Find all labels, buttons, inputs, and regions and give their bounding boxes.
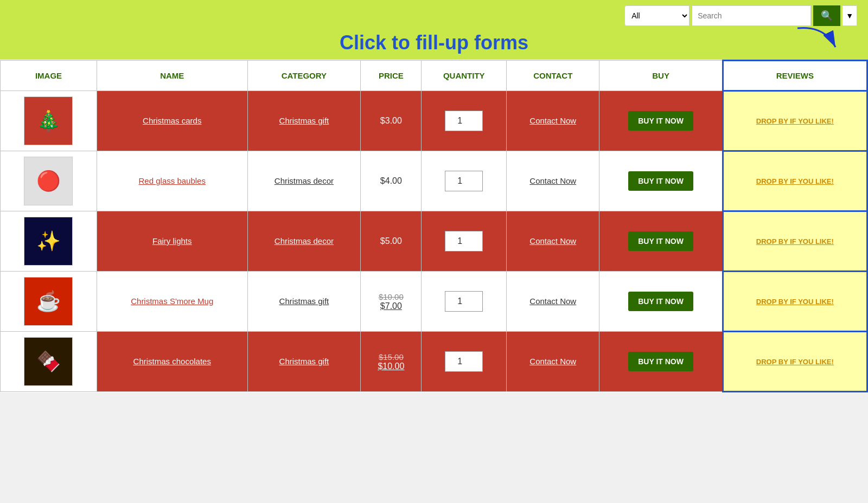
product-quantity-cell [422,211,507,272]
product-name-link[interactable]: Fairy lights [152,236,192,246]
table-row: ☕Christmas S'more MugChristmas gift$10.0… [1,272,867,332]
product-name-cell: Christmas cards [97,91,247,151]
contact-now-link[interactable]: Contact Now [529,296,576,306]
product-category-cell: Christmas gift [247,332,361,392]
product-contact-cell: Contact Now [507,211,599,272]
product-category-cell: Christmas decor [247,151,361,211]
quantity-input[interactable] [445,111,483,131]
product-image-cell: ✨ [1,211,97,272]
category-select[interactable]: All Name Category Price [624,5,690,26]
buy-now-button[interactable]: BUY IT NOW [628,231,693,251]
product-reviews-cell[interactable]: DROP BY IF YOU LIKE! [723,91,867,151]
quantity-input[interactable] [445,291,483,312]
product-price-old: $10.00 [366,292,416,301]
product-quantity-cell [422,332,507,392]
contact-now-link[interactable]: Contact Now [529,176,576,185]
product-buy-cell: BUY IT NOW [599,211,723,272]
product-contact-cell: Contact Now [507,332,599,392]
product-category-link[interactable]: Christmas decor [275,236,334,246]
product-name-cell: Christmas S'more Mug [97,272,247,332]
product-buy-cell: BUY IT NOW [599,151,723,211]
product-reviews-cell[interactable]: DROP BY IF YOU LIKE! [723,211,867,272]
contact-now-link[interactable]: Contact Now [529,116,576,125]
table-row: 🍫Christmas chocolatesChristmas gift$15.0… [1,332,867,392]
product-image: 🎄 [24,96,73,145]
product-price: $5.00 [380,236,402,246]
product-reviews-cell[interactable]: DROP BY IF YOU LIKE! [723,332,867,392]
product-name-link[interactable]: Christmas chocolates [133,357,211,366]
product-reviews-cell[interactable]: DROP BY IF YOU LIKE! [723,151,867,211]
product-contact-cell: Contact Now [507,91,599,151]
col-header-price: PRICE [361,61,422,91]
buy-now-button[interactable]: BUY IT NOW [628,292,693,311]
table-header-row: IMAGE NAME CATEGORY PRICE QUANTITY CONTA… [1,61,867,91]
contact-now-link[interactable]: Contact Now [529,357,576,366]
product-image-cell: 🎄 [1,91,97,151]
search-dropdown-button[interactable]: ▼ [843,5,857,26]
product-name-cell: Christmas chocolates [97,332,247,392]
product-category-cell: Christmas gift [247,91,361,151]
product-price-cell: $3.00 [361,91,422,151]
product-buy-cell: BUY IT NOW [599,272,723,332]
product-contact-cell: Contact Now [507,272,599,332]
product-price: $3.00 [380,116,402,125]
product-price-cell: $15.00$10.00 [361,332,422,392]
product-quantity-cell [422,91,507,151]
col-header-contact: CONTACT [507,61,599,91]
product-quantity-cell [422,151,507,211]
table-row: 🎄Christmas cardsChristmas gift$3.00Conta… [1,91,867,151]
arrow-icon [792,23,841,55]
page-header: All Name Category Price 🔍 ▼ Click to fil… [0,0,868,60]
product-reviews-cell[interactable]: DROP BY IF YOU LIKE! [723,272,867,332]
quantity-input[interactable] [445,231,483,252]
product-image: 🔴 [24,157,73,205]
product-price-cell: $4.00 [361,151,422,211]
product-price-cell: $10.00$7.00 [361,272,422,332]
product-contact-cell: Contact Now [507,151,599,211]
buy-now-button[interactable]: BUY IT NOW [628,352,693,371]
product-category-cell: Christmas decor [247,211,361,272]
product-name-cell: Red glass baubles [97,151,247,211]
product-price-old: $15.00 [366,352,416,362]
product-image: ☕ [24,277,73,326]
header-top-bar: All Name Category Price 🔍 ▼ [11,5,857,26]
product-name-link[interactable]: Christmas cards [143,116,201,125]
buy-now-button[interactable]: BUY IT NOW [628,111,693,131]
product-name-link[interactable]: Red glass baubles [139,176,206,185]
product-image-cell: ☕ [1,272,97,332]
product-category-link[interactable]: Christmas decor [275,176,334,185]
product-price-new: $7.00 [366,301,416,311]
table-row: 🔴Red glass baublesChristmas decor$4.00Co… [1,151,867,211]
product-image-cell: 🍫 [1,332,97,392]
col-header-image: IMAGE [1,61,97,91]
contact-now-link[interactable]: Contact Now [529,236,576,246]
product-name-cell: Fairy lights [97,211,247,272]
product-price-cell: $5.00 [361,211,422,272]
product-category-link[interactable]: Christmas gift [279,296,329,306]
col-header-quantity: QUANTITY [422,61,507,91]
table-row: ✨Fairy lightsChristmas decor$5.00Contact… [1,211,867,272]
product-buy-cell: BUY IT NOW [599,91,723,151]
col-header-name: NAME [97,61,247,91]
product-image-cell: 🔴 [1,151,97,211]
product-category-link[interactable]: Christmas gift [279,357,329,366]
col-header-buy: BUY [599,61,723,91]
product-buy-cell: BUY IT NOW [599,332,723,392]
product-price: $4.00 [380,176,402,185]
product-category-link[interactable]: Christmas gift [279,116,329,125]
product-image: 🍫 [24,337,73,386]
product-table: IMAGE NAME CATEGORY PRICE QUANTITY CONTA… [0,60,868,392]
product-image: ✨ [24,217,73,266]
product-price-new: $10.00 [366,362,416,371]
quantity-input[interactable] [445,351,483,372]
buy-now-button[interactable]: BUY IT NOW [628,171,693,191]
quantity-input[interactable] [445,171,483,191]
product-name-link[interactable]: Christmas S'more Mug [131,296,213,306]
col-header-category: CATEGORY [247,61,361,91]
col-header-reviews: REVIEWS [723,61,867,91]
product-quantity-cell [422,272,507,332]
product-category-cell: Christmas gift [247,272,361,332]
click-to-fill-text[interactable]: Click to fill-up forms [11,28,857,60]
